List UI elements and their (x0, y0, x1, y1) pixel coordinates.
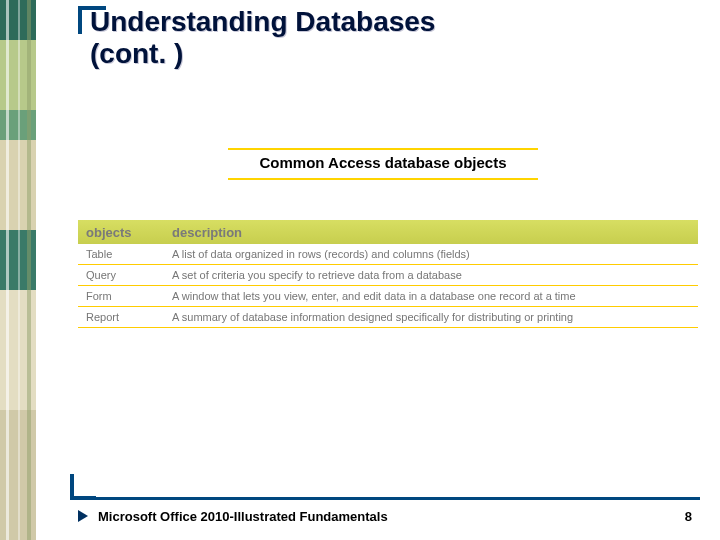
subtitle-box: Common Access database objects (228, 148, 538, 180)
slide-title: Understanding Databases (cont. ) (90, 6, 435, 70)
table-header: objects description (78, 220, 698, 244)
table-row: Query A set of criteria you specify to r… (78, 265, 698, 286)
svg-rect-9 (18, 0, 20, 540)
title-line-2: (cont. ) (90, 38, 183, 69)
footer-text: Microsoft Office 2010-Illustrated Fundam… (98, 509, 388, 524)
subtitle-text: Common Access database objects (259, 154, 506, 171)
cell-object: Table (78, 248, 168, 260)
objects-table: objects description Table A list of data… (78, 220, 698, 328)
corner-top-vertical (78, 6, 82, 34)
cell-object: Report (78, 311, 168, 323)
table-row: Table A list of data organized in rows (… (78, 244, 698, 265)
svg-rect-10 (27, 0, 31, 540)
cell-object: Query (78, 269, 168, 281)
cell-object: Form (78, 290, 168, 302)
decorative-strip (0, 0, 36, 540)
table-row: Form A window that lets you view, enter,… (78, 286, 698, 307)
cell-desc: A set of criteria you specify to retriev… (168, 269, 698, 281)
header-objects: objects (78, 225, 168, 240)
page-number: 8 (685, 509, 692, 524)
table-row: Report A summary of database information… (78, 307, 698, 328)
svg-rect-8 (6, 0, 9, 540)
title-line-1: Understanding Databases (90, 6, 435, 37)
footer-rule (74, 497, 700, 500)
footer-arrow-icon (78, 510, 88, 522)
header-description: description (168, 225, 698, 240)
cell-desc: A window that lets you view, enter, and … (168, 290, 698, 302)
cell-desc: A list of data organized in rows (record… (168, 248, 698, 260)
cell-desc: A summary of database information design… (168, 311, 698, 323)
